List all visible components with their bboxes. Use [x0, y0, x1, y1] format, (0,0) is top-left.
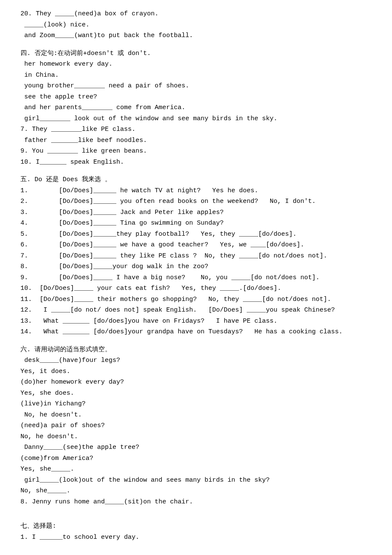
exercise-line: (do)her homework every day? [20, 377, 372, 388]
section-4-title: 四. 否定句:在动词前+doesn't 或 don't. [20, 48, 372, 59]
exercise-line: see the apple tree? [20, 92, 372, 103]
exercise-line: 20. They _____(need)a box of crayon. [20, 9, 372, 20]
exercise-line: 13. What _______ [do/does]you have on Fr… [20, 316, 372, 327]
exercise-line: 10. I_______ speak English. [20, 157, 372, 168]
exercise-line: 1. [Do/Does]______ he watch TV at night?… [20, 185, 372, 197]
exercise-line: (need)a pair of shoes? [20, 420, 372, 431]
exercise-line: 3. [Do/Does]______ Jack and Peter like a… [20, 207, 372, 218]
exercise-line: 7. They ________like PE class. [20, 124, 372, 135]
exercise-line: (come)from America? [20, 453, 372, 464]
exercise-line: Yes, she_____. [20, 464, 372, 475]
exercise-line: 8. Jenny runs home and_____(sit)on the c… [20, 497, 372, 508]
exercise-line: 2. [Do/Does]______ you often read books … [20, 196, 372, 207]
section-6-title: 六. 请用动词的适当形式填空。 [20, 344, 372, 356]
section-7-title: 七、选择题: [20, 521, 372, 532]
exercise-line: young brother________ need a pair of sho… [20, 81, 372, 92]
exercise-line: 9. You ________ like green beans. [20, 146, 372, 157]
exercise-line: desk_____(have)four legs? [20, 355, 372, 366]
exercise-line: 1. I ______to school every day. [20, 532, 372, 543]
exercise-line: and her parents________ come from Americ… [20, 102, 372, 113]
exercise-line: Yes, it does. [20, 366, 372, 377]
exercise-line: 12. I _____[do not/ does not] speak Engl… [20, 305, 372, 316]
exercise-line: father _______like beef noodles. [20, 135, 372, 146]
exercise-line: 5. [Do/Does]______they play football? Ye… [20, 229, 372, 240]
exercise-line: and Zoom_____(want)to put back the footb… [20, 30, 372, 41]
exercise-line: girl________ look out of the window and … [20, 113, 372, 124]
exercise-line: 14. What _______ [do/does]your grandpa h… [20, 327, 372, 338]
exercise-line: girl_____(look)out of the window and see… [20, 475, 372, 486]
exercise-line: No, she_____. [20, 486, 372, 497]
exercise-line: her homework every day. [20, 59, 372, 70]
exercise-line: (live)in Yichang? [20, 399, 372, 410]
exercise-line: 9. [Do/Does]_____ I have a big nose? No,… [20, 272, 372, 283]
exercise-line: Yes, she does. [20, 388, 372, 399]
exercise-line: No, he doesn't. [20, 431, 372, 442]
exercise-line: 7. [Do/Does]______ they like PE class ? … [20, 251, 372, 262]
exercise-line: 8. [Do/Does]_____your dog walk in the zo… [20, 261, 372, 272]
exercise-line: 11. [Do/Does]_____ their mothers go shop… [20, 294, 372, 305]
exercise-line: No, he doesn't. [20, 410, 372, 421]
exercise-line: 10. [Do/Does]_____ your cats eat fish? Y… [20, 283, 372, 294]
exercise-line: 6. [Do/Does]______ we have a good teache… [20, 240, 372, 251]
exercise-line: _____(look) nice. [20, 20, 372, 31]
exercise-line: in China. [20, 70, 372, 81]
exercise-line: Danny_____(see)the apple tree? [20, 442, 372, 453]
exercise-line: 4. [Do/Does]______ Tina go swimming on S… [20, 218, 372, 229]
section-5-title: 五. Do 还是 Does 我来选 。 [20, 174, 372, 185]
